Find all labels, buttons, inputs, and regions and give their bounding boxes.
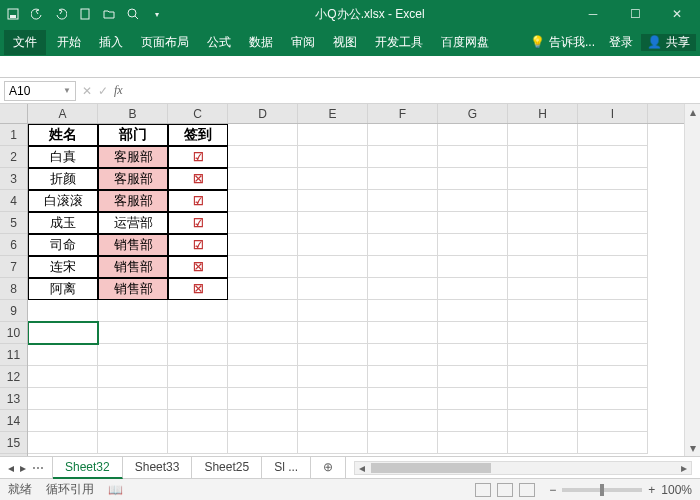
cell[interactable] bbox=[98, 410, 168, 432]
cell[interactable] bbox=[298, 388, 368, 410]
confirm-fx-icon[interactable]: ✓ bbox=[98, 84, 108, 98]
cell[interactable] bbox=[508, 322, 578, 344]
login-button[interactable]: 登录 bbox=[603, 34, 639, 51]
row-header[interactable]: 9 bbox=[0, 300, 27, 322]
cell[interactable] bbox=[508, 300, 578, 322]
cell[interactable] bbox=[368, 212, 438, 234]
scroll-down-icon[interactable]: ▾ bbox=[685, 440, 700, 456]
open-icon[interactable] bbox=[102, 7, 116, 21]
cell[interactable] bbox=[168, 344, 228, 366]
cell[interactable]: 客服部 bbox=[98, 190, 168, 212]
sheet-tab[interactable]: Sheet25 bbox=[192, 457, 262, 479]
cell[interactable] bbox=[228, 300, 298, 322]
cell[interactable] bbox=[438, 190, 508, 212]
cell[interactable] bbox=[298, 410, 368, 432]
row-header[interactable]: 12 bbox=[0, 366, 27, 388]
cell[interactable] bbox=[168, 366, 228, 388]
tab-页面布局[interactable]: 页面布局 bbox=[132, 30, 198, 55]
tab-开始[interactable]: 开始 bbox=[48, 30, 90, 55]
cell[interactable] bbox=[438, 278, 508, 300]
cell[interactable] bbox=[368, 432, 438, 454]
scroll-right-icon[interactable]: ▸ bbox=[677, 461, 691, 475]
row-header[interactable]: 2 bbox=[0, 146, 27, 168]
cell[interactable]: 连宋 bbox=[28, 256, 98, 278]
fx-icon[interactable]: fx bbox=[114, 83, 123, 98]
zoom-slider[interactable] bbox=[562, 488, 642, 492]
cell[interactable]: ☑ bbox=[168, 146, 228, 168]
cell[interactable] bbox=[28, 322, 98, 344]
qat-more-icon[interactable]: ▾ bbox=[150, 7, 164, 21]
cell[interactable] bbox=[228, 322, 298, 344]
cell[interactable] bbox=[438, 366, 508, 388]
col-header[interactable]: E bbox=[298, 104, 368, 123]
sheet-next-icon[interactable]: ▸ bbox=[20, 461, 26, 475]
cell[interactable]: ☑ bbox=[168, 212, 228, 234]
cell[interactable] bbox=[28, 432, 98, 454]
cell[interactable] bbox=[168, 432, 228, 454]
tell-me[interactable]: 💡告诉我... bbox=[524, 34, 601, 51]
cell[interactable] bbox=[508, 256, 578, 278]
cell[interactable] bbox=[228, 432, 298, 454]
col-header[interactable]: I bbox=[578, 104, 648, 123]
cell[interactable] bbox=[578, 344, 648, 366]
scroll-left-icon[interactable]: ◂ bbox=[355, 461, 369, 475]
cell[interactable]: 客服部 bbox=[98, 146, 168, 168]
cell[interactable] bbox=[578, 366, 648, 388]
cell[interactable] bbox=[298, 344, 368, 366]
cell[interactable] bbox=[438, 256, 508, 278]
cell[interactable] bbox=[228, 212, 298, 234]
cell[interactable] bbox=[298, 432, 368, 454]
cell[interactable] bbox=[98, 300, 168, 322]
cell[interactable]: ☑ bbox=[168, 190, 228, 212]
cell[interactable]: 部门 bbox=[98, 124, 168, 146]
cell[interactable] bbox=[298, 366, 368, 388]
cell[interactable] bbox=[168, 410, 228, 432]
cell[interactable] bbox=[508, 212, 578, 234]
cell[interactable] bbox=[368, 300, 438, 322]
cell[interactable] bbox=[508, 146, 578, 168]
cell[interactable] bbox=[508, 410, 578, 432]
cell[interactable] bbox=[578, 234, 648, 256]
cell[interactable] bbox=[368, 190, 438, 212]
tab-视图[interactable]: 视图 bbox=[324, 30, 366, 55]
horizontal-scrollbar[interactable]: ◂▸ bbox=[354, 461, 692, 475]
cell[interactable] bbox=[368, 256, 438, 278]
zoom-level[interactable]: 100% bbox=[661, 483, 692, 497]
cell[interactable] bbox=[508, 168, 578, 190]
cell[interactable] bbox=[28, 300, 98, 322]
cell[interactable] bbox=[508, 124, 578, 146]
cell[interactable] bbox=[508, 388, 578, 410]
cell[interactable] bbox=[508, 234, 578, 256]
cancel-fx-icon[interactable]: ✕ bbox=[82, 84, 92, 98]
cell[interactable] bbox=[508, 366, 578, 388]
cell[interactable]: ☑ bbox=[168, 234, 228, 256]
undo-icon[interactable] bbox=[30, 7, 44, 21]
cell[interactable]: ☒ bbox=[168, 168, 228, 190]
cell[interactable] bbox=[438, 168, 508, 190]
row-header[interactable]: 10 bbox=[0, 322, 27, 344]
cell[interactable] bbox=[228, 388, 298, 410]
cell[interactable] bbox=[228, 190, 298, 212]
cell[interactable] bbox=[438, 212, 508, 234]
cell[interactable]: 销售部 bbox=[98, 256, 168, 278]
cell[interactable]: 折颜 bbox=[28, 168, 98, 190]
cell[interactable] bbox=[578, 212, 648, 234]
sheet-tab[interactable]: Sl ... bbox=[262, 457, 311, 479]
name-box[interactable]: A10▼ bbox=[4, 81, 76, 101]
cell[interactable] bbox=[98, 432, 168, 454]
col-header[interactable]: B bbox=[98, 104, 168, 123]
cell[interactable] bbox=[298, 124, 368, 146]
col-header[interactable]: D bbox=[228, 104, 298, 123]
row-header[interactable]: 5 bbox=[0, 212, 27, 234]
col-header[interactable]: C bbox=[168, 104, 228, 123]
cell[interactable] bbox=[368, 168, 438, 190]
row-header[interactable]: 14 bbox=[0, 410, 27, 432]
tab-数据[interactable]: 数据 bbox=[240, 30, 282, 55]
row-header[interactable]: 15 bbox=[0, 432, 27, 454]
sheet-menu-icon[interactable]: ⋯ bbox=[32, 461, 44, 475]
col-header[interactable]: A bbox=[28, 104, 98, 123]
cell[interactable]: 客服部 bbox=[98, 168, 168, 190]
cell[interactable] bbox=[368, 344, 438, 366]
tab-插入[interactable]: 插入 bbox=[90, 30, 132, 55]
cell[interactable] bbox=[168, 388, 228, 410]
